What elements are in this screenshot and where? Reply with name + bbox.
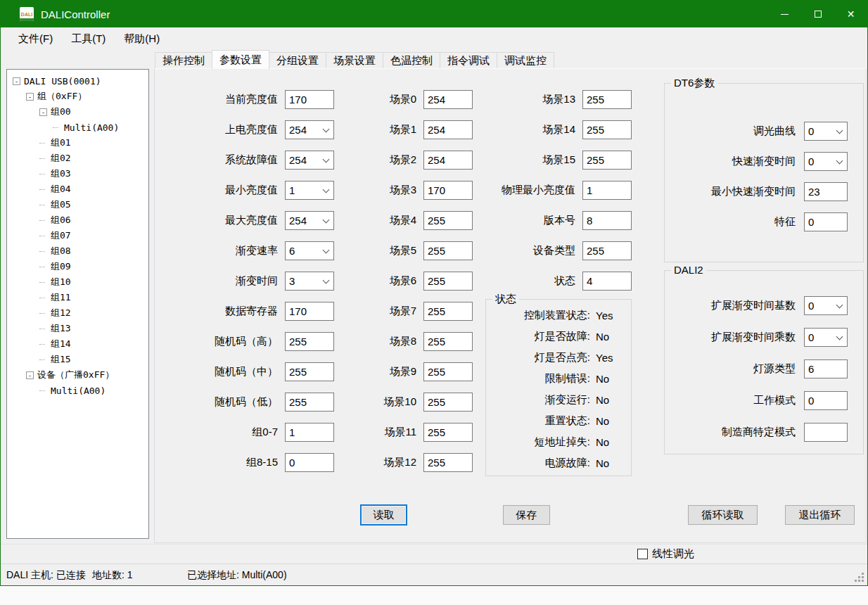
param-col2-9-input[interactable] xyxy=(423,362,473,381)
param-col1-1-select[interactable]: 254 xyxy=(285,120,334,139)
tab-0[interactable]: 操作控制 xyxy=(155,52,212,69)
resize-grip-icon[interactable] xyxy=(862,580,864,582)
param-col1-2-select[interactable]: 254 xyxy=(285,151,334,170)
menu-item-0[interactable]: 文件(F) xyxy=(9,30,62,49)
tree-item-15[interactable]: 组12 xyxy=(7,305,148,321)
status-row-2: 灯是否点亮:Yes xyxy=(486,347,631,368)
dali2-1-select[interactable]: 0 xyxy=(804,328,848,347)
param-col3-1-input[interactable] xyxy=(582,120,632,139)
menu-item-1[interactable]: 工具(T) xyxy=(62,30,115,49)
tree-item-6[interactable]: 组03 xyxy=(7,166,148,182)
dali2-3-input[interactable] xyxy=(804,391,848,410)
param-col1-0-input[interactable] xyxy=(285,90,334,109)
tree-item-20[interactable]: Multi(A00) xyxy=(7,383,148,398)
dt6-groupbox: DT6参数 调光曲线0快速渐变时间0最小快速渐变时间特征 xyxy=(664,83,864,262)
param-col2-4-input[interactable] xyxy=(423,211,473,230)
param-col3-4-input[interactable] xyxy=(582,211,632,230)
param-col1-6-select[interactable]: 3 xyxy=(285,272,334,291)
tab-1[interactable]: 参数设置 xyxy=(212,50,269,69)
dali2-4-input[interactable] xyxy=(804,423,848,442)
param-col3-6-input[interactable] xyxy=(582,272,632,291)
tab-2[interactable]: 分组设置 xyxy=(269,52,326,69)
tree-item-0[interactable]: -DALI USB(0001) xyxy=(7,73,148,89)
loop-read-button[interactable]: 循环读取 xyxy=(688,505,758,525)
tree-expander-icon[interactable]: - xyxy=(26,371,34,379)
tree-item-label: 组04 xyxy=(51,183,71,196)
param-col2-12-input[interactable] xyxy=(423,453,473,472)
menu-item-2[interactable]: 帮助(H) xyxy=(115,30,169,49)
chevron-down-icon xyxy=(836,333,843,340)
param-col3-3-label: 物理最小亮度值 xyxy=(487,184,575,197)
tree-item-14[interactable]: 组11 xyxy=(7,290,148,305)
tree-item-12[interactable]: 组09 xyxy=(7,259,148,274)
tree-expander-icon[interactable]: - xyxy=(13,77,20,85)
param-col2-7-input[interactable] xyxy=(423,302,473,321)
dali2-2-input[interactable] xyxy=(804,359,848,378)
param-col2-0-input[interactable] xyxy=(423,90,473,109)
dali2-0-select[interactable]: 0 xyxy=(804,296,848,315)
tree-item-7[interactable]: 组04 xyxy=(7,182,148,197)
tree-item-3[interactable]: Multi(A00) xyxy=(7,120,148,135)
tree-connector xyxy=(39,205,45,205)
tab-strip: 操作控制参数设置分组设置场景设置色温控制指令调试调试监控 xyxy=(155,51,554,69)
dt6-3-input[interactable] xyxy=(804,212,848,231)
tree-item-2[interactable]: -组00 xyxy=(7,104,148,120)
tree-item-18[interactable]: 组15 xyxy=(7,352,148,367)
param-col2-9-label: 场景9 xyxy=(353,365,416,378)
tree-item-1[interactable]: -组（0xFF） xyxy=(7,89,148,104)
tab-3[interactable]: 场景设置 xyxy=(326,52,383,69)
param-col2-3-input[interactable] xyxy=(423,181,473,200)
dali2-2-label: 灯源类型 xyxy=(670,362,796,376)
param-col1-3-select[interactable]: 1 xyxy=(285,181,334,200)
param-col2-8-input[interactable] xyxy=(423,332,473,351)
linear-dimming-checkbox[interactable] xyxy=(637,549,648,559)
read-button[interactable]: 读取 xyxy=(360,504,407,526)
tree-item-label: 组00 xyxy=(51,106,71,118)
tab-4[interactable]: 色温控制 xyxy=(383,52,440,69)
param-col2-11-input[interactable] xyxy=(423,423,473,442)
tree-connector xyxy=(39,158,45,159)
tree-item-9[interactable]: 组06 xyxy=(7,212,148,228)
tree-item-5[interactable]: 组02 xyxy=(7,151,148,166)
param-col1-8-input[interactable] xyxy=(285,332,334,351)
tree-item-16[interactable]: 组13 xyxy=(7,321,148,336)
param-col1-10-input[interactable] xyxy=(285,393,334,412)
tree-connector xyxy=(53,127,58,128)
param-col2-10-input[interactable] xyxy=(423,393,473,412)
param-col1-5-select[interactable]: 6 xyxy=(285,241,334,260)
close-button[interactable]: ✕ xyxy=(834,1,867,27)
param-col2-5-input[interactable] xyxy=(423,241,473,260)
param-col1-12-input[interactable] xyxy=(285,453,334,472)
minimize-button[interactable] xyxy=(768,1,801,27)
param-col2-2-input[interactable] xyxy=(423,151,473,170)
param-col3-3-input[interactable] xyxy=(582,181,632,200)
dt6-2-input[interactable] xyxy=(804,182,848,201)
save-button[interactable]: 保存 xyxy=(503,505,550,525)
param-col3-0-input[interactable] xyxy=(582,90,632,109)
param-col1-11-input[interactable] xyxy=(285,423,334,442)
param-col2-1-input[interactable] xyxy=(423,120,473,139)
dt6-0-select[interactable]: 0 xyxy=(804,122,848,141)
maximize-button[interactable] xyxy=(801,1,834,27)
tree-expander-icon[interactable]: - xyxy=(26,93,34,101)
tree-item-8[interactable]: 组05 xyxy=(7,197,148,212)
param-col1-9-input[interactable] xyxy=(285,362,334,381)
tree-expander-icon[interactable]: - xyxy=(39,108,47,116)
tree-item-13[interactable]: 组10 xyxy=(7,274,148,290)
tree-connector xyxy=(39,298,45,298)
tab-6[interactable]: 调试监控 xyxy=(497,52,554,69)
param-col1-7-input[interactable] xyxy=(285,302,334,321)
tree-item-11[interactable]: 组08 xyxy=(7,243,148,259)
tree-item-17[interactable]: 组14 xyxy=(7,336,148,352)
exit-loop-button[interactable]: 退出循环 xyxy=(785,505,855,525)
tree-item-4[interactable]: 组01 xyxy=(7,135,148,151)
param-col1-1-row: 上电亮度值254 xyxy=(170,120,334,139)
tree-item-10[interactable]: 组07 xyxy=(7,228,148,243)
dt6-1-select[interactable]: 0 xyxy=(804,152,848,171)
param-col2-6-input[interactable] xyxy=(423,272,473,291)
tab-5[interactable]: 指令调试 xyxy=(440,52,497,69)
param-col1-4-select[interactable]: 254 xyxy=(285,211,334,230)
tree-item-19[interactable]: -设备（广播0xFF） xyxy=(7,367,148,383)
param-col3-2-input[interactable] xyxy=(582,151,632,170)
param-col3-5-input[interactable] xyxy=(582,241,632,260)
